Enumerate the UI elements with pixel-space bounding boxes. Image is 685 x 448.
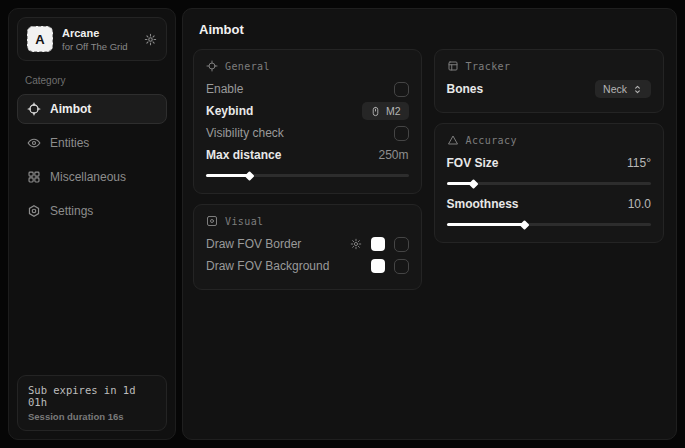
session-duration-text: Session duration 16s <box>28 411 156 422</box>
visual-card: Visual Draw FOV Border <box>193 204 422 290</box>
smoothness-label: Smoothness <box>447 197 519 211</box>
smoothness-slider-thumb[interactable] <box>520 220 530 230</box>
crosshair-icon <box>27 102 41 116</box>
fov-border-label: Draw FOV Border <box>206 237 301 251</box>
max-distance-label: Max distance <box>206 148 281 162</box>
visibility-check-row: Visibility check <box>206 122 409 144</box>
accuracy-card-title: Accuracy <box>466 135 517 146</box>
fov-size-row: FOV Size 115° <box>447 152 651 174</box>
eye-icon <box>27 136 41 150</box>
tracker-card-header: Tracker <box>447 60 651 72</box>
sidebar-item-aimbot[interactable]: Aimbot <box>17 94 167 124</box>
fov-size-slider-fill <box>447 182 474 185</box>
sidebar-item-label: Miscellaneous <box>50 170 126 184</box>
max-distance-slider-fill <box>206 174 249 177</box>
page-title: Aimbot <box>183 9 676 47</box>
triangle-icon <box>447 134 459 146</box>
fov-size-value: 115° <box>627 156 651 170</box>
general-card: General Enable Keybind M2 <box>193 49 422 194</box>
app-titles: Arcane for Off The Grid <box>62 27 135 52</box>
max-distance-row: Max distance 250m <box>206 144 409 166</box>
fov-size-slider-thumb[interactable] <box>469 179 479 189</box>
visual-card-header: Visual <box>206 215 409 227</box>
keybind-button[interactable]: M2 <box>362 102 409 120</box>
smoothness-value: 10.0 <box>628 197 651 211</box>
visibility-check-label: Visibility check <box>206 126 284 140</box>
sidebar-item-entities[interactable]: Entities <box>17 128 167 158</box>
smoothness-row: Smoothness 10.0 <box>447 193 651 215</box>
fov-border-checkbox[interactable] <box>394 237 409 252</box>
fov-border-controls <box>350 237 409 252</box>
app-tagline: for Off The Grid <box>62 41 135 52</box>
fov-background-checkbox[interactable] <box>394 259 409 274</box>
crosshair-icon <box>206 60 218 72</box>
sidebar-item-label: Settings <box>50 204 93 218</box>
fov-border-color-swatch[interactable] <box>371 237 385 251</box>
sidebar-item-miscellaneous[interactable]: Miscellaneous <box>17 162 167 192</box>
bones-row: Bones Neck <box>447 78 651 100</box>
max-distance-slider-thumb[interactable] <box>244 171 254 181</box>
tracker-card: Tracker Bones Neck <box>434 49 664 113</box>
accuracy-card-header: Accuracy <box>447 134 651 146</box>
max-distance-value: 250m <box>378 148 408 162</box>
bones-label: Bones <box>447 82 484 96</box>
max-distance-slider[interactable] <box>206 174 409 177</box>
sub-expiry-text: Sub expires in 1d 01h <box>28 384 156 408</box>
bones-dropdown[interactable]: Neck <box>595 80 651 98</box>
enable-checkbox[interactable] <box>394 82 409 97</box>
sidebar: A Arcane for Off The Grid Category Aimbo… <box>8 8 176 440</box>
sidebar-item-label: Entities <box>50 136 89 150</box>
smoothness-slider-fill <box>447 223 525 226</box>
settings-gear-icon[interactable] <box>144 33 157 46</box>
smoothness-slider[interactable] <box>447 223 651 226</box>
app-logo-card: A Arcane for Off The Grid <box>17 17 167 61</box>
subscription-status-card: Sub expires in 1d 01h Session duration 1… <box>17 375 167 431</box>
sidebar-item-settings[interactable]: Settings <box>17 196 167 226</box>
fov-size-slider[interactable] <box>447 182 651 185</box>
enable-label: Enable <box>206 82 243 96</box>
enable-row: Enable <box>206 78 409 100</box>
app-name: Arcane <box>62 27 135 39</box>
gear-icon <box>27 204 41 218</box>
sidebar-spacer <box>17 226 167 375</box>
bones-value: Neck <box>603 83 627 95</box>
main-body: General Enable Keybind M2 <box>183 47 676 302</box>
fov-border-row: Draw FOV Border <box>206 233 409 255</box>
mouse-icon <box>370 106 381 117</box>
sidebar-nav: Aimbot Entities Miscellaneous <box>17 94 167 226</box>
general-card-title: General <box>225 61 270 72</box>
visibility-check-checkbox[interactable] <box>394 126 409 141</box>
box-icon <box>447 60 459 72</box>
main-panel: Aimbot General Enable <box>182 8 677 440</box>
fov-size-label: FOV Size <box>447 156 499 170</box>
eye-icon <box>206 215 218 227</box>
keybind-row: Keybind M2 <box>206 100 409 122</box>
general-card-header: General <box>206 60 409 72</box>
grid-icon <box>27 170 41 184</box>
gear-icon[interactable] <box>350 238 362 250</box>
fov-background-color-swatch[interactable] <box>371 259 385 273</box>
keybind-label: Keybind <box>206 104 253 118</box>
sidebar-item-label: Aimbot <box>50 102 91 116</box>
visual-card-title: Visual <box>225 216 264 227</box>
left-column: General Enable Keybind M2 <box>193 49 422 290</box>
app-logo: A <box>27 26 53 52</box>
keybind-value: M2 <box>386 105 401 117</box>
fov-background-row: Draw FOV Background <box>206 255 409 277</box>
accuracy-card: Accuracy FOV Size 115° Smoothness 10.0 <box>434 123 664 243</box>
tracker-card-title: Tracker <box>466 61 511 72</box>
category-label: Category <box>25 75 167 86</box>
fov-background-controls <box>371 259 409 274</box>
fov-background-label: Draw FOV Background <box>206 259 329 273</box>
right-column: Tracker Bones Neck <box>434 49 664 243</box>
chevron-up-down-icon <box>632 84 643 95</box>
